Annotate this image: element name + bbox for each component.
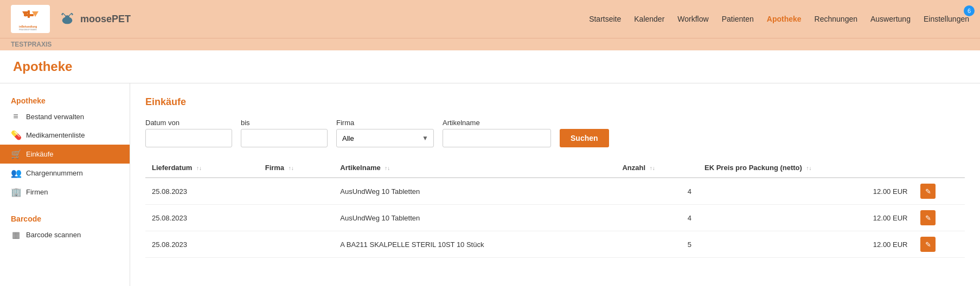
sidebar: Apotheke ≡ Bestand verwalten 💊 Medikamen… (0, 83, 130, 286)
cart-icon: 🛒 (11, 149, 21, 159)
col-artikelname: Artikelname ↑↓ (334, 158, 616, 178)
nav-startseite[interactable]: Startseite (589, 15, 621, 23)
cell-firma (259, 231, 334, 258)
inbehandlung-logo: inBehandlung PRAXISSOFTWARE (11, 5, 50, 33)
sort-icon-preis[interactable]: ↑↓ (806, 165, 812, 171)
notification-badge[interactable]: 6 (964, 5, 975, 16)
sidebar-label-medikamente: Medikamentenliste (26, 131, 85, 139)
cell-artikelname: AusUndWeg 10 Tabletten (334, 205, 616, 231)
artikelname-input[interactable] (443, 129, 551, 147)
main-content: Einkäufe Datum von bis Firma Alle ▼ (130, 83, 980, 286)
nav-einstellungen[interactable]: Einstellungen (924, 15, 969, 23)
sidebar-item-chargennummern[interactable]: 👥 Chargennummern (0, 164, 130, 183)
cell-lieferdatum: 25.08.2023 (145, 231, 259, 258)
cell-edit: ✎ (914, 231, 965, 258)
filter-row: Datum von bis Firma Alle ▼ Artikelname (145, 119, 965, 147)
nav-rechnungen[interactable]: Rechnungen (815, 15, 857, 23)
cell-lieferdatum: 25.08.2023 (145, 178, 259, 205)
sidebar-label-einkaufe: Einkäufe (26, 150, 54, 158)
pill-icon: 💊 (11, 130, 21, 140)
edit-button[interactable]: ✎ (920, 237, 936, 252)
firma-label: Firma (336, 119, 434, 127)
sidebar-label-bestand: Bestand verwalten (26, 113, 84, 121)
edit-button[interactable]: ✎ (920, 184, 936, 199)
page-title-bar: Apotheke (0, 50, 980, 83)
sort-icon-lieferdatum[interactable]: ↑↓ (196, 165, 202, 171)
purchases-table: Lieferdatum ↑↓ Firma ↑↓ Artikelname ↑↓ A… (145, 158, 965, 258)
sidebar-item-medikamentenliste[interactable]: 💊 Medikamentenliste (0, 126, 130, 145)
main-nav: Startseite Kalender Workflow Patienten A… (589, 15, 969, 23)
sidebar-item-bestand-verwalten[interactable]: ≡ Bestand verwalten (0, 107, 130, 126)
cell-edit: ✎ (914, 178, 965, 205)
firma-select-wrapper: Alle ▼ (336, 129, 434, 147)
svg-line-9 (63, 13, 66, 16)
table-row: 25.08.2023 AusUndWeg 10 Tabletten 4 12.0… (145, 178, 965, 205)
cell-firma (259, 205, 334, 231)
nav-workflow[interactable]: Workflow (677, 15, 708, 23)
cell-artikelname: A BA211 SKALPELLE STERIL 10ST 10 Stück (334, 231, 616, 258)
datum-von-group: Datum von (145, 119, 232, 147)
moosepet-label: moosePET (80, 14, 131, 25)
col-preis: EK Preis pro Packung (netto) ↑↓ (698, 158, 914, 178)
cell-lieferdatum: 25.08.2023 (145, 205, 259, 231)
col-actions (914, 158, 965, 178)
cell-firma (259, 178, 334, 205)
table-body: 25.08.2023 AusUndWeg 10 Tabletten 4 12.0… (145, 178, 965, 258)
cell-anzahl: 4 (616, 205, 698, 231)
search-button[interactable]: Suchen (560, 129, 609, 147)
nav-patienten[interactable]: Patienten (722, 15, 754, 23)
table-row: 25.08.2023 A BA211 SKALPELLE STERIL 10ST… (145, 231, 965, 258)
col-firma: Firma ↑↓ (259, 158, 334, 178)
sidebar-label-barcode: Barcode scannen (26, 231, 81, 239)
charge-icon: 👥 (11, 168, 21, 178)
cell-anzahl: 4 (616, 178, 698, 205)
svg-text:inBehandlung: inBehandlung (19, 25, 37, 28)
cell-edit: ✎ (914, 205, 965, 231)
list-icon: ≡ (11, 112, 21, 121)
main-layout: Apotheke ≡ Bestand verwalten 💊 Medikamen… (0, 83, 980, 286)
sidebar-item-einkaufe[interactable]: 🛒 Einkäufe (0, 145, 130, 164)
bis-input[interactable] (241, 129, 328, 147)
cell-anzahl: 5 (616, 231, 698, 258)
sidebar-item-barcode-scannen[interactable]: ▦ Barcode scannen (0, 225, 130, 244)
cell-preis: 12.00 EUR (698, 231, 914, 258)
datum-von-input[interactable] (145, 129, 232, 147)
svg-text:PRAXISSOFTWARE: PRAXISSOFTWARE (19, 29, 37, 31)
table-header: Lieferdatum ↑↓ Firma ↑↓ Artikelname ↑↓ A… (145, 158, 965, 178)
sort-icon-artikelname[interactable]: ↑↓ (385, 165, 390, 171)
company-icon: 🏢 (11, 187, 21, 197)
barcode-icon: ▦ (11, 230, 21, 240)
firma-group: Firma Alle ▼ (336, 119, 434, 147)
artikelname-group: Artikelname (443, 119, 551, 147)
sidebar-label-firmen: Firmen (26, 188, 48, 196)
sort-icon-anzahl[interactable]: ↑↓ (650, 165, 655, 171)
cell-preis: 12.00 EUR (698, 205, 914, 231)
bis-group: bis (241, 119, 328, 147)
sidebar-item-firmen[interactable]: 🏢 Firmen (0, 183, 130, 202)
header: inBehandlung PRAXISSOFTWARE moosePET Sta… (0, 0, 980, 38)
bis-label: bis (241, 119, 328, 127)
sidebar-label-chargennummern: Chargennummern (26, 169, 83, 177)
logo-area: inBehandlung PRAXISSOFTWARE moosePET (11, 5, 131, 33)
nav-kalender[interactable]: Kalender (634, 15, 664, 23)
datum-von-label: Datum von (145, 119, 232, 127)
firma-select[interactable]: Alle (336, 129, 434, 147)
artikelname-label: Artikelname (443, 119, 551, 127)
sort-icon-firma[interactable]: ↑↓ (289, 165, 294, 171)
col-anzahl: Anzahl ↑↓ (616, 158, 698, 178)
sidebar-section-apotheke: Apotheke (0, 92, 130, 107)
nav-auswertung[interactable]: Auswertung (870, 15, 911, 23)
svg-line-12 (69, 13, 72, 16)
subheader: TESTPRAXIS (0, 38, 980, 50)
table-header-row: Lieferdatum ↑↓ Firma ↑↓ Artikelname ↑↓ A… (145, 158, 965, 178)
cell-artikelname: AusUndWeg 10 Tabletten (334, 178, 616, 205)
col-lieferdatum: Lieferdatum ↑↓ (145, 158, 259, 178)
sidebar-section-barcode: Barcode (0, 210, 130, 225)
cell-preis: 12.00 EUR (698, 178, 914, 205)
moosepet-logo: moosePET (56, 11, 131, 27)
table-row: 25.08.2023 AusUndWeg 10 Tabletten 4 12.0… (145, 205, 965, 231)
page-title: Apotheke (13, 59, 967, 74)
nav-apotheke[interactable]: Apotheke (767, 15, 802, 23)
content-section-title: Einkäufe (145, 96, 965, 108)
edit-button[interactable]: ✎ (920, 210, 936, 225)
